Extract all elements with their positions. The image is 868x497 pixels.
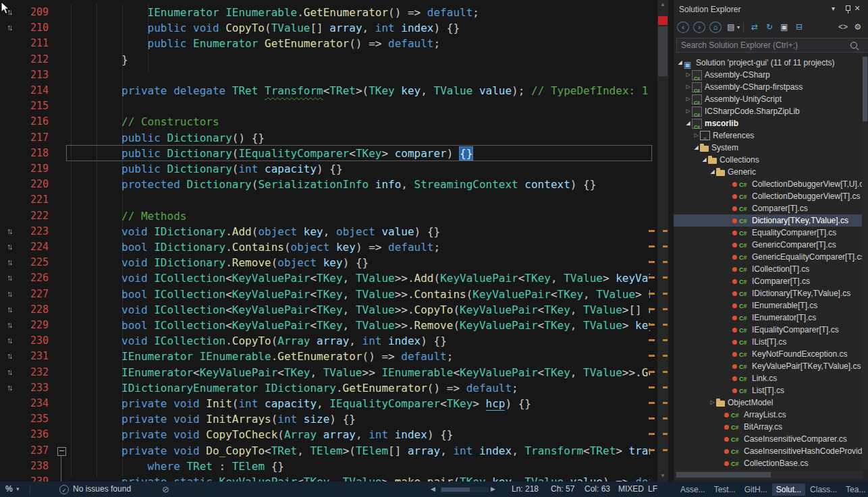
tree-item[interactable]: GenericComparer[T].cs <box>674 239 863 251</box>
line-number[interactable]: 226 <box>30 270 49 286</box>
code-line[interactable]: public Dictionary(int capacity) {} <box>70 161 343 177</box>
line-number[interactable]: 210 <box>30 20 49 36</box>
expand-arrow-icon[interactable] <box>701 154 708 166</box>
encoding-indicator[interactable]: MIXED <box>618 481 644 497</box>
search-input[interactable] <box>676 38 868 53</box>
code-line[interactable]: public Enumerator GetEnumerator() => def… <box>70 36 440 51</box>
expand-arrow-icon[interactable] <box>693 129 700 142</box>
tree-item[interactable]: Comparer[T].cs <box>674 202 863 214</box>
line-number[interactable]: 234 <box>30 396 49 411</box>
code-line[interactable]: public Dictionary(IEqualityComparer<TKey… <box>70 146 472 161</box>
line-number[interactable]: 216 <box>30 114 49 129</box>
tree-item[interactable]: IEnumerable[T].cs <box>674 299 863 312</box>
tree-item[interactable]: Assembly-UnityScript <box>674 93 863 105</box>
close-icon[interactable] <box>855 0 864 16</box>
tree-item[interactable]: KeyNotFoundException.cs <box>674 348 863 360</box>
tree-item[interactable]: IDictionary[TKey,TValue].cs <box>674 287 863 299</box>
zoom-level[interactable]: % <box>5 481 13 497</box>
panel-tab[interactable]: GitH... <box>740 484 771 496</box>
line-number[interactable]: 223 <box>30 224 49 239</box>
tree-hscroll-thumb[interactable] <box>676 472 771 477</box>
line-number[interactable]: 238 <box>30 459 49 474</box>
tree-item[interactable]: ICollection[T].cs <box>674 263 863 275</box>
code-line[interactable]: private void CopyToCheck(Array array, in… <box>70 427 453 442</box>
code-line[interactable]: // Constructors <box>70 114 219 129</box>
expand-arrow-icon[interactable] <box>684 81 692 93</box>
tree-item[interactable]: Assembly-CSharp <box>674 69 863 81</box>
code-editor[interactable]: ↑↓↑↓↑↓↑↓↑↓↑↓↑↓↑↓↑↓↑↓↑↓↑↓↑↓ 2092102112122… <box>0 0 668 481</box>
code-line[interactable]: private void InitArrays(int size) {} <box>70 411 356 427</box>
line-number[interactable]: 211 <box>30 36 49 51</box>
line-number[interactable]: 209 <box>30 5 49 20</box>
code-line[interactable]: } <box>70 52 128 67</box>
switch-views-icon[interactable]: ▤ <box>726 22 736 32</box>
scrollbar-thumb[interactable] <box>658 26 668 76</box>
editor-scrollbar[interactable] <box>657 0 668 481</box>
tree-item[interactable]: BitArray.cs <box>674 421 863 433</box>
tree-vscroll-thumb[interactable] <box>863 57 867 121</box>
code-line[interactable]: private void Init(int capacity, IEqualit… <box>70 396 531 411</box>
code-line[interactable]: bool ICollection<KeyValuePair<TKey, TVal… <box>70 287 650 302</box>
properties-icon[interactable]: ⚙ <box>852 22 863 32</box>
expand-arrow-icon[interactable] <box>684 105 692 117</box>
line-number[interactable]: 224 <box>30 239 49 255</box>
expand-arrow-icon[interactable] <box>709 166 716 178</box>
tree-horizontal-scrollbar[interactable] <box>675 471 863 479</box>
tree-item[interactable]: Dictionary[TKey,TValue].cs <box>674 214 863 227</box>
scroll-right-icon[interactable] <box>491 481 495 497</box>
panel-title-bar[interactable]: Solution Explorer <box>674 0 868 18</box>
tree-item[interactable]: ICSharpCode.SharpZipLib <box>674 105 863 117</box>
pin-icon[interactable] <box>844 5 852 14</box>
line-number[interactable]: 239 <box>30 474 49 481</box>
tree-item[interactable]: EqualityComparer[T].cs <box>674 227 863 239</box>
line-number[interactable]: 228 <box>30 302 49 318</box>
panel-tab[interactable]: Asse... <box>676 484 709 496</box>
code-line[interactable]: bool IDictionary.Contains(object key) =>… <box>70 239 440 255</box>
tree-item[interactable]: IList[T].cs <box>674 336 863 348</box>
expand-arrow-icon[interactable] <box>709 397 716 409</box>
code-line[interactable]: IEnumerator IEnumerable.GetEnumerator() … <box>70 5 479 20</box>
line-number[interactable]: 230 <box>30 333 49 349</box>
tree-item[interactable]: References <box>674 129 863 142</box>
tree-item[interactable]: KeyValuePair[TKey,TValue].cs <box>674 360 863 372</box>
line-number[interactable]: 213 <box>30 67 49 83</box>
line-number-gutter[interactable]: 2092102112122132142152162172182192202212… <box>0 0 53 481</box>
code-line[interactable]: IEnumerator IEnumerable.GetEnumerator() … <box>70 349 453 364</box>
tree-item[interactable]: IEnumerator[T].cs <box>674 312 863 324</box>
code-line[interactable]: private void Do_CopyTo<TRet, TElem>(TEle… <box>70 443 650 459</box>
line-number[interactable]: 231 <box>30 349 49 364</box>
code-line[interactable]: protected Dictionary(SerializationInfo i… <box>70 177 596 192</box>
code-line[interactable]: void ICollection<KeyValuePair<TKey, TVal… <box>70 302 650 318</box>
line-number[interactable]: 220 <box>30 177 49 192</box>
navigate-forward-icon[interactable]: › <box>693 22 705 33</box>
tree-item[interactable]: List[T].cs <box>674 384 863 397</box>
tree-item[interactable]: CollectionDebuggerView[T,U].cs <box>674 178 863 190</box>
panel-tab[interactable]: Test... <box>710 484 740 496</box>
code-line[interactable]: IDictionaryEnumerator IDictionary.GetEnu… <box>70 380 518 396</box>
line-number[interactable]: 219 <box>30 161 49 177</box>
zoom-caret-icon[interactable] <box>16 481 20 497</box>
tree-item[interactable]: CollectionBase.cs <box>674 457 863 469</box>
status-hscroll-track[interactable] <box>440 487 489 492</box>
expand-arrow-icon[interactable] <box>693 142 700 154</box>
panel-tab[interactable]: Tea... <box>842 484 868 496</box>
line-number[interactable]: 221 <box>30 192 49 208</box>
code-line[interactable]: void IDictionary.Remove(object key) {} <box>70 255 369 270</box>
line-number[interactable]: 222 <box>30 208 49 224</box>
code-line[interactable]: private delegate TRet Transform<TRet>(TK… <box>70 83 648 98</box>
code-line[interactable]: // Methods <box>70 208 186 224</box>
code-line[interactable]: IEnumerator<KeyValuePair<TKey, TValue>> … <box>70 365 650 380</box>
line-number[interactable]: 212 <box>30 52 49 67</box>
code-line[interactable]: bool ICollection<KeyValuePair<TKey, TVal… <box>70 318 650 333</box>
eol-indicator[interactable]: LF <box>648 481 657 497</box>
status-hscroll-thumb[interactable] <box>441 488 470 492</box>
code-line[interactable]: where TRet : TElem {} <box>70 459 284 474</box>
line-number[interactable]: 218 <box>30 146 49 161</box>
line-number[interactable]: 235 <box>30 411 49 427</box>
tree-vertical-scrollbar[interactable] <box>862 57 868 469</box>
expand-arrow-icon[interactable] <box>684 117 692 129</box>
line-number[interactable]: 217 <box>30 130 49 146</box>
line-number[interactable]: 227 <box>30 287 49 302</box>
tree-item[interactable]: Link.cs <box>674 372 863 384</box>
panel-tab[interactable]: Class... <box>806 484 841 496</box>
